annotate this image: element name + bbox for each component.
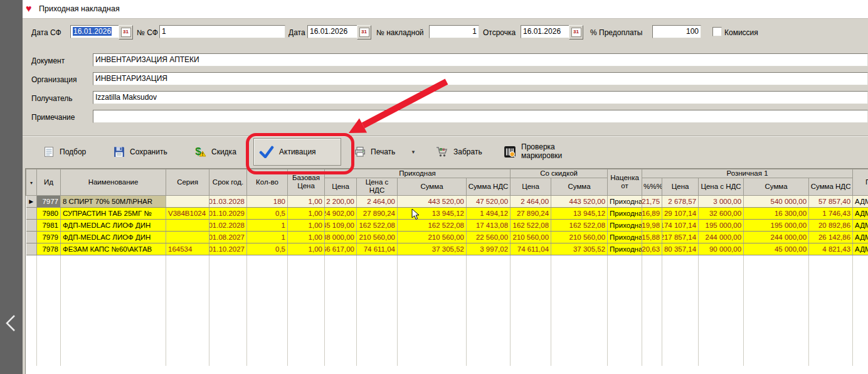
- col-group-prihodnaya[interactable]: Приходная: [325, 169, 511, 178]
- cell-pct[interactable]: 21,75: [642, 195, 662, 207]
- cell-s_cena[interactable]: 162 522,08: [511, 219, 551, 231]
- col-header-summa[interactable]: Сумма: [744, 178, 809, 195]
- cell-p_summa[interactable]: 162 522,08: [398, 219, 467, 231]
- cell-p_summa_nds[interactable]: 47 520,00: [467, 195, 511, 207]
- cell-r_cena_nds[interactable]: 244 000,00: [699, 231, 744, 243]
- cell-s_summa[interactable]: 37 305,52: [551, 243, 608, 255]
- col-header-seria[interactable]: Серия: [166, 169, 209, 196]
- cell-srok[interactable]: 01.10.2029: [209, 207, 247, 219]
- cell-name[interactable]: 8 СПИРТ 70% 50МЛ\PHAR: [61, 195, 166, 207]
- komissiya-checkbox[interactable]: [712, 27, 722, 36]
- cell-id[interactable]: 7978: [37, 243, 61, 255]
- cell-srok[interactable]: 01.03.2028: [209, 195, 247, 207]
- cell-nacenka[interactable]: Приходная: [608, 243, 642, 255]
- cell-p_cena[interactable]: 66 617,00: [325, 243, 357, 255]
- table-row[interactable]: 7981ФДП-MEDLAC ЛИОФ ДИН01.02.202811,0014…: [26, 219, 868, 231]
- cell-s_summa[interactable]: 13 945,12: [551, 207, 608, 219]
- cell-r_cena[interactable]: 29 107,14: [662, 207, 699, 219]
- otsrochka-datepicker-button[interactable]: 31: [569, 25, 583, 40]
- cell-id[interactable]: 7980: [37, 207, 61, 219]
- cell-base[interactable]: 1,00: [288, 195, 325, 207]
- col-header-cena[interactable]: Цена: [662, 178, 699, 195]
- cell-r_cena_nds[interactable]: 32 600,00: [699, 207, 744, 219]
- cell-r_summa_nds[interactable]: 4 821,43: [809, 243, 853, 255]
- cell-seria[interactable]: [166, 219, 209, 231]
- cell-base[interactable]: 1,00: [288, 207, 325, 219]
- cell-r_summa[interactable]: 540 000,00: [744, 195, 809, 207]
- cell-r_summa[interactable]: 16 300,00: [744, 207, 809, 219]
- organizatsiya-input[interactable]: ИНВЕНТАРИЗАЦИЯ: [93, 72, 868, 85]
- table-row[interactable]: 7980СУПРАСТИН ТАБ 25МГ №V384B102401.10.2…: [26, 207, 868, 219]
- cell-qty[interactable]: 0,5: [247, 243, 288, 255]
- cell-r_cena_nds[interactable]: 3 000,00: [699, 195, 744, 207]
- cell-id[interactable]: 7979: [37, 231, 61, 243]
- cell-p_cena[interactable]: 2 200,00: [325, 195, 357, 207]
- cell-srok[interactable]: 01.08.2027: [209, 231, 247, 243]
- cell-p_cena[interactable]: 24 902,00: [325, 207, 357, 219]
- cell-pct[interactable]: 15,88: [642, 231, 662, 243]
- table-row[interactable]: 7979ФДП-MEDLAC ЛИОФ ДИН01.08.202711,0018…: [26, 231, 868, 243]
- cell-p_summa_nds[interactable]: 3 997,02: [467, 243, 511, 255]
- cell-p_cena_nds[interactable]: 27 890,24: [357, 207, 398, 219]
- cell-r_summa_nds[interactable]: 26 142,86: [809, 231, 853, 243]
- col-header-base[interactable]: Базовая Цена: [288, 169, 325, 196]
- cell-p_cena_nds[interactable]: 210 560,00: [357, 231, 398, 243]
- cell-qty[interactable]: 1: [247, 219, 288, 231]
- cell-s_cena[interactable]: 2 464,00: [511, 195, 551, 207]
- cell-p_cena[interactable]: 145 109,00: [325, 219, 357, 231]
- primechanie-input[interactable]: [93, 110, 868, 123]
- cell-seria[interactable]: V384B1024: [166, 207, 209, 219]
- cell-s_summa[interactable]: 162 522,08: [551, 219, 608, 231]
- cell-id[interactable]: 7981: [37, 219, 61, 231]
- cell-seria[interactable]: 164534: [166, 243, 209, 255]
- cell-pol[interactable]: АДМ: [853, 207, 868, 219]
- table-row[interactable]: ▶79778 СПИРТ 70% 50МЛ\PHAR01.03.20281801…: [26, 195, 868, 207]
- cell-r_summa_nds[interactable]: 57 857,40: [809, 195, 853, 207]
- cell-base[interactable]: 1,00: [288, 231, 325, 243]
- cell-pol[interactable]: АДМ: [853, 195, 868, 207]
- cell-name[interactable]: СУПРАСТИН ТАБ 25МГ №: [61, 207, 166, 219]
- num-sf-input[interactable]: 1: [159, 25, 285, 38]
- sohranit-button[interactable]: Сохранить: [108, 138, 173, 166]
- cell-qty[interactable]: 0,5: [247, 207, 288, 219]
- poluchatel-input[interactable]: Izzatilla Maksudov: [93, 91, 868, 104]
- cell-pol[interactable]: АДМ: [853, 231, 868, 243]
- data-sf-input[interactable]: 16.01.2026: [70, 25, 123, 38]
- cell-pol[interactable]: АДМ: [853, 219, 868, 231]
- cell-r_cena[interactable]: 174 107,14: [662, 219, 699, 231]
- cell-qty[interactable]: 1: [247, 231, 288, 243]
- cell-p_summa_nds[interactable]: 1 494,12: [467, 207, 511, 219]
- cell-r_summa_nds[interactable]: 1 746,43: [809, 207, 853, 219]
- cell-pol[interactable]: АДМ: [853, 243, 868, 255]
- cell-name[interactable]: ФДП-MEDLAC ЛИОФ ДИН: [61, 219, 166, 231]
- aktivatsiya-button[interactable]: Активация: [253, 138, 341, 166]
- podbor-button[interactable]: Подбор: [38, 138, 92, 166]
- cell-name[interactable]: ФЕЗАМ КАПС №60\АКТАВ: [61, 243, 166, 255]
- cell-base[interactable]: 1,00: [288, 219, 325, 231]
- cell-r_summa[interactable]: 195 000,00: [744, 219, 809, 231]
- cell-r_cena[interactable]: 80 357,14: [662, 243, 699, 255]
- skidka-button[interactable]: $! Скидка: [188, 138, 242, 166]
- col-header-summa-nds[interactable]: Сумма НДС: [809, 178, 853, 195]
- col-header-cena[interactable]: Цена: [511, 178, 551, 195]
- cell-p_cena_nds[interactable]: 74 611,04: [357, 243, 398, 255]
- cell-seria[interactable]: [166, 231, 209, 243]
- col-header-summa[interactable]: Сумма: [398, 178, 467, 195]
- cell-qty[interactable]: 180: [247, 195, 288, 207]
- chevron-left-icon[interactable]: [4, 314, 19, 333]
- cell-seria[interactable]: [166, 195, 209, 207]
- cell-nacenka[interactable]: Приходная: [608, 231, 642, 243]
- cell-s_summa[interactable]: 210 560,00: [551, 231, 608, 243]
- cell-p_summa[interactable]: 210 560,00: [398, 231, 467, 243]
- cell-r_cena_nds[interactable]: 90 000,00: [699, 243, 744, 255]
- col-header-summa-nds[interactable]: Сумма НДС: [467, 178, 511, 195]
- col-header-qty[interactable]: Кол-во: [247, 169, 288, 196]
- data-sf-datepicker-button[interactable]: 31: [119, 25, 133, 40]
- cell-s_cena[interactable]: 27 890,24: [511, 207, 551, 219]
- table-row[interactable]: 7978ФЕЗАМ КАПС №60\АКТАВ16453401.10.2027…: [26, 243, 868, 255]
- cell-pct[interactable]: 19,98: [642, 219, 662, 231]
- pechat-dropdown-button[interactable]: ▼: [408, 145, 419, 159]
- cell-p_cena_nds[interactable]: 162 522,08: [357, 219, 398, 231]
- col-header-nacenka[interactable]: Наценка от: [608, 169, 642, 196]
- col-header-cena-nds[interactable]: Цена с НДС: [699, 178, 744, 195]
